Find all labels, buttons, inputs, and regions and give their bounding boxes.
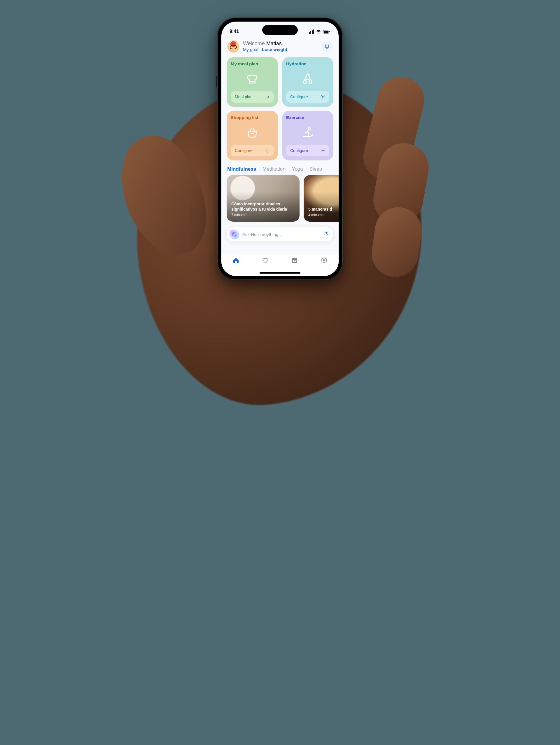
tile-action-label: Configure	[235, 148, 253, 153]
gear-icon	[321, 148, 325, 153]
tile-action-shopping[interactable]: Configure	[231, 145, 274, 156]
home-indicator	[260, 272, 300, 273]
nav-settings[interactable]	[315, 257, 333, 264]
goal-line[interactable]: My goal · Lose weight	[243, 47, 318, 52]
goal-separator: ·	[258, 47, 262, 52]
gear-icon	[265, 148, 270, 153]
tab-yoga[interactable]: Yoga	[292, 166, 303, 172]
tile-meal-plan[interactable]: My meal plan Meal plan	[227, 57, 278, 107]
status-right	[309, 29, 330, 34]
svg-point-7	[232, 232, 236, 236]
basket-icon	[231, 120, 274, 145]
tab-mindfulness[interactable]: Mindfulness	[227, 166, 256, 172]
category-tabs: Mindfulness Meditation Yoga Sleep	[221, 160, 339, 175]
tile-title: Hydration	[286, 61, 329, 66]
phone-screen: 9:41	[221, 22, 339, 276]
notifications-button[interactable]	[321, 40, 333, 52]
tile-action-label: Configure	[290, 95, 308, 99]
svg-point-4	[267, 150, 268, 151]
sparkle-icon[interactable]	[324, 231, 329, 238]
droplets-icon	[286, 66, 329, 91]
hand-holding-phone: 9:41	[120, 18, 440, 426]
svg-point-5	[308, 127, 310, 129]
article-title: 5 maneras d	[308, 206, 339, 212]
article-card[interactable]: 5 maneras d 4 minutos	[304, 175, 339, 222]
svg-point-3	[322, 96, 324, 97]
tab-sleep[interactable]: Sleep	[309, 166, 322, 172]
chef-hat-icon	[231, 66, 274, 91]
battery-icon	[323, 30, 330, 34]
tile-action-label: Meal plan	[235, 95, 253, 99]
dashboard-tiles: My meal plan Meal plan Hydration	[221, 57, 339, 160]
treadmill-icon	[286, 120, 329, 145]
tile-title: Shopping list	[231, 115, 274, 120]
app-header: Welcome Matias My goal · Lose weight	[221, 37, 339, 57]
user-name: Matias	[266, 40, 282, 46]
article-title: Cómo incorporar rituales significativos …	[231, 201, 295, 212]
article-duration: 7 minutos	[231, 213, 295, 217]
arrow-up-right-icon	[266, 95, 270, 99]
ask-helzi-input[interactable]: Ask Helzi anything...	[227, 227, 333, 241]
gear-icon	[321, 95, 325, 99]
nav-home[interactable]	[227, 257, 245, 264]
cellular-signal-icon	[309, 29, 314, 34]
greeting-block: Welcome Matias My goal · Lose weight	[243, 40, 318, 52]
welcome-line: Welcome Matias	[243, 40, 318, 47]
svg-rect-1	[324, 30, 329, 32]
nav-store[interactable]	[286, 257, 303, 264]
goal-value: Lose weight	[262, 47, 287, 52]
wifi-icon	[316, 29, 321, 34]
tile-action-meal-plan[interactable]: Meal plan	[231, 91, 274, 103]
svg-rect-2	[329, 31, 330, 32]
tab-meditation[interactable]: Meditation	[263, 166, 285, 172]
tile-action-label: Configure	[290, 148, 308, 153]
phone-frame: 9:41	[217, 18, 343, 280]
tile-exercise[interactable]: Exercise Configure	[282, 111, 333, 160]
tile-title: Exercise	[286, 115, 329, 120]
ask-placeholder: Ask Helzi anything...	[242, 232, 320, 237]
dynamic-island	[262, 25, 298, 35]
svg-point-8	[323, 260, 325, 261]
settings-hex-icon	[321, 257, 328, 264]
tile-shopping-list[interactable]: Shopping list Configure	[227, 111, 278, 160]
nav-meals[interactable]	[257, 257, 274, 264]
store-icon	[291, 257, 298, 264]
chef-hat-icon	[262, 257, 269, 264]
welcome-prefix: Welcome	[243, 40, 266, 46]
svg-point-6	[322, 150, 324, 151]
home-icon	[232, 257, 239, 264]
tile-action-hydration[interactable]: Configure	[286, 91, 329, 103]
tile-hydration[interactable]: Hydration Configure	[282, 57, 333, 107]
goal-label: My goal	[243, 47, 258, 52]
article-duration: 4 minutos	[308, 213, 339, 217]
article-cards-row[interactable]: Cómo incorporar rituales significativos …	[221, 175, 339, 222]
smile-icon	[230, 230, 239, 239]
status-time: 9:41	[230, 29, 239, 34]
article-card[interactable]: Cómo incorporar rituales significativos …	[227, 175, 300, 222]
avatar[interactable]	[227, 40, 239, 53]
ask-bar-wrap: Ask Helzi anything...	[221, 222, 339, 244]
bell-icon	[324, 43, 330, 49]
tile-action-exercise[interactable]: Configure	[286, 145, 329, 156]
tile-title: My meal plan	[231, 61, 274, 66]
